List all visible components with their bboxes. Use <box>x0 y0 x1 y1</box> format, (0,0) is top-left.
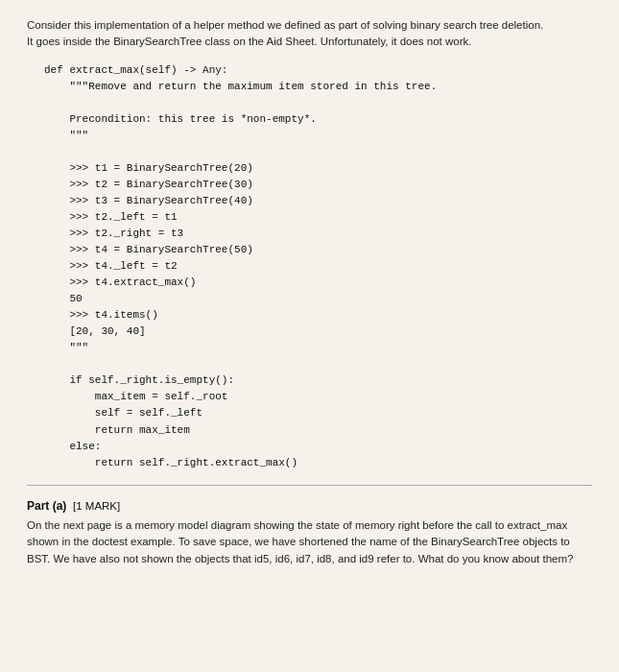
part-a-marks: [1 MARK] <box>73 500 120 512</box>
part-a-text4: you know about them? <box>463 553 574 564</box>
intro-line1: Consider this implementation of a helper… <box>27 17 592 51</box>
divider <box>27 485 592 486</box>
part-a-body: On the next page is a memory model diagr… <box>27 517 592 568</box>
intro-text-line2: It goes inside the BinarySearchTree clas… <box>27 36 471 47</box>
part-a-label: Part (a) <box>27 499 66 513</box>
part-a-text1: On the next page is a memory model diagr… <box>27 519 504 531</box>
code-block: def extract_max(self) -> Any: """Remove … <box>44 62 592 471</box>
part-a-answer-area <box>27 568 592 616</box>
page: Consider this implementation of a helper… <box>0 0 619 672</box>
part-a-header: Part (a) [1 MARK] <box>27 499 592 513</box>
intro-text-line1: Consider this implementation of a helper… <box>27 19 543 31</box>
